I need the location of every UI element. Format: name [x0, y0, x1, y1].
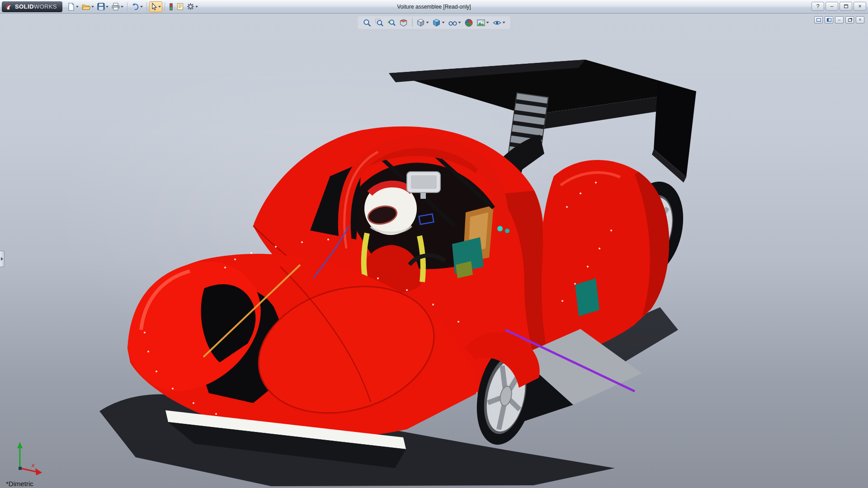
- display-style-button[interactable]: [431, 17, 446, 28]
- dropdown-caret: [442, 22, 445, 23]
- options-icon: [187, 3, 194, 10]
- toolbar-separator: [412, 19, 413, 27]
- edit-appearance-icon: [465, 19, 473, 27]
- dropdown-caret: [121, 6, 123, 8]
- dropdown-caret: [503, 22, 505, 23]
- dropdown-caret: [458, 22, 461, 23]
- open-document-button[interactable]: [80, 1, 95, 12]
- open-document-icon: [82, 3, 90, 11]
- select-tool-button[interactable]: [149, 1, 162, 12]
- apply-scene-button[interactable]: [476, 17, 491, 28]
- dropdown-caret: [195, 6, 198, 8]
- zoom-to-fit-button[interactable]: [362, 17, 373, 28]
- view-orientation-button[interactable]: [415, 17, 430, 28]
- file-properties-button[interactable]: [175, 1, 185, 12]
- help-button[interactable]: ?: [811, 2, 824, 11]
- y-axis-arrow: [17, 442, 23, 448]
- pane-split-icon: [827, 18, 831, 22]
- toolbar-separator: [165, 2, 165, 11]
- edit-appearance-button[interactable]: [463, 17, 475, 28]
- previous-view-button[interactable]: [386, 17, 397, 28]
- display-style-icon: [433, 19, 441, 27]
- dropdown-caret: [76, 6, 79, 8]
- document-window-controls: – ×: [814, 16, 864, 23]
- hide-show-items-button[interactable]: [447, 17, 462, 28]
- x-axis-label: x: [31, 462, 35, 469]
- zoom-to-area-button[interactable]: [374, 17, 385, 28]
- doc-minimize-button[interactable]: –: [835, 16, 844, 23]
- solidworks-logo-icon: [5, 3, 13, 11]
- view-orientation-label: *Dimetric: [6, 480, 33, 488]
- toolbar-separator: [127, 2, 127, 11]
- close-button[interactable]: ×: [854, 2, 866, 11]
- zoom-to-fit-icon: [363, 19, 372, 27]
- rebuild-button[interactable]: [167, 1, 175, 12]
- window-controls: ? – ×: [811, 2, 866, 11]
- previous-view-icon: [387, 19, 396, 27]
- rebuild-icon: [169, 3, 174, 11]
- dropdown-caret: [106, 6, 108, 8]
- section-view-icon: [400, 19, 408, 27]
- section-view-button[interactable]: [398, 17, 410, 28]
- titlebar: SOLIDWORKS: [0, 0, 868, 14]
- doc-restore-button[interactable]: [845, 16, 854, 23]
- pane-left-icon: [816, 18, 821, 22]
- maximize-icon: [844, 5, 848, 8]
- harness-strap: [364, 233, 367, 279]
- axis-triad: x: [17, 442, 42, 475]
- save-icon: [97, 3, 105, 10]
- print-icon: [112, 3, 120, 10]
- dropdown-caret: [426, 22, 429, 23]
- dropdown-caret: [91, 6, 94, 8]
- red-race-car-model[interactable]: x: [0, 14, 868, 488]
- dropdown-caret: [486, 22, 489, 23]
- graphics-viewport[interactable]: x: [0, 14, 868, 488]
- brand-works: WORKS: [34, 3, 57, 10]
- toolbar-separator: [146, 2, 147, 11]
- doc-restore-icon: [848, 19, 852, 22]
- view-orientation-icon: [417, 19, 425, 27]
- dropdown-caret: [158, 6, 161, 8]
- new-document-button[interactable]: [66, 1, 80, 12]
- x-axis-arrow: [35, 468, 42, 475]
- apply-scene-icon: [477, 19, 486, 27]
- maximize-button[interactable]: [840, 2, 852, 11]
- hide-show-items-icon: [448, 19, 458, 27]
- minimize-button[interactable]: –: [826, 2, 838, 11]
- main-toolbar: [66, 1, 199, 12]
- expand-arrow-icon: [1, 257, 3, 261]
- options-button[interactable]: [185, 1, 199, 12]
- zoom-to-area-icon: [375, 19, 384, 27]
- pane-left-button[interactable]: [814, 16, 823, 23]
- pane-split-button[interactable]: [825, 16, 833, 23]
- select-cursor-icon: [151, 3, 157, 10]
- undo-button[interactable]: [130, 1, 144, 12]
- view-settings-button[interactable]: [491, 17, 507, 28]
- undo-icon: [131, 3, 139, 10]
- feature-panel-collapse-tab[interactable]: [0, 251, 5, 267]
- view-settings-icon: [493, 19, 502, 27]
- heads-up-view-toolbar: [358, 16, 510, 29]
- window-title: Voiture assemblee [Read-only]: [397, 4, 471, 10]
- new-document-icon: [67, 3, 75, 11]
- save-button[interactable]: [96, 1, 110, 12]
- dropdown-caret: [140, 6, 143, 8]
- brand-solid: SOLID: [15, 3, 34, 10]
- solidworks-logo: SOLIDWORKS: [2, 1, 62, 12]
- doc-close-button[interactable]: ×: [856, 16, 864, 23]
- print-button[interactable]: [110, 1, 125, 12]
- file-properties-icon: [177, 3, 184, 10]
